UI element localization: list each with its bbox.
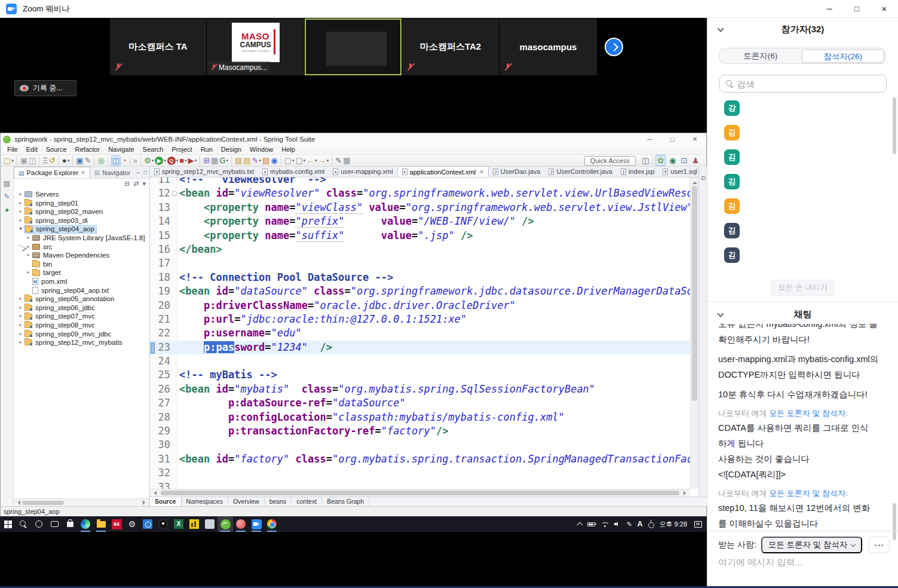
code-line[interactable]: 19<bean id="dataSource" class="org.sprin… — [150, 284, 690, 298]
tree-arrow-icon[interactable]: ▸ — [17, 338, 24, 347]
tree-item[interactable]: bin — [14, 260, 149, 269]
video-tile[interactable]: MASOCAMPUSActionable ContentMasocampus..… — [207, 19, 304, 75]
explorer-minimize-icon[interactable]: ─ — [136, 170, 140, 176]
bottom-tab-context[interactable]: context — [292, 497, 322, 506]
open-perspective-icon[interactable]: ◫ — [640, 155, 650, 166]
participant-avatar[interactable]: 김 — [724, 149, 740, 165]
tree-item[interactable]: ▸target — [14, 268, 149, 277]
code-editor[interactable]: 11<!-- viewResolver -->12<bean id="viewR… — [150, 177, 690, 489]
tree-item[interactable]: ▾spring_step04_aop — [14, 225, 149, 234]
code-line[interactable]: 28 p:configLocation="classpath:mybatis/m… — [150, 411, 690, 424]
video-tile[interactable] — [305, 19, 402, 75]
ime-language-icon[interactable]: A — [638, 520, 643, 528]
file-explorer-app[interactable] — [93, 516, 109, 532]
excel-app[interactable]: X — [171, 516, 186, 532]
editor-tab[interactable]: xapplicationContext.xml✕ — [397, 166, 489, 177]
participant-avatar[interactable]: 김 — [724, 198, 740, 214]
view-menu-icon[interactable]: ▾ — [142, 180, 146, 188]
tab-attendees[interactable]: 참석자(26) — [802, 50, 884, 63]
participants-scrollbar[interactable] — [893, 97, 896, 154]
open-type-icon[interactable]: ▣ — [76, 155, 83, 166]
import-icon[interactable]: ▤ — [262, 155, 269, 166]
spring-perspective-icon[interactable]: ✿ — [655, 155, 666, 166]
bottom-tab-beans[interactable]: beans — [265, 497, 292, 506]
code-line[interactable]: 18<!-- Connection Pool DataSource --> — [150, 271, 690, 284]
tab-close-icon[interactable]: ✕ — [81, 170, 85, 176]
forward-icon[interactable]: →▾ — [318, 155, 329, 166]
task-view-button[interactable] — [47, 516, 62, 532]
editor-vscrollbar[interactable] — [690, 177, 698, 489]
tree-arrow-icon[interactable]: ▸ — [17, 295, 24, 304]
recipient-dropdown[interactable]: 모든 토론자 및 참석자 — [761, 537, 862, 553]
clock[interactable]: 오후 9:28 — [660, 520, 687, 529]
ime-mode-icon[interactable] — [648, 522, 654, 528]
menu-run[interactable]: Run — [197, 145, 217, 154]
tree-arrow-icon[interactable]: ▸ — [17, 312, 24, 321]
chat-more-button[interactable] — [868, 537, 890, 553]
editor-tab[interactable]: JUserDao.java — [489, 166, 545, 177]
debug-perspective-icon[interactable]: ⊡ — [679, 155, 688, 166]
notes-app[interactable] — [202, 516, 217, 532]
participant-avatar[interactable]: 김 — [724, 223, 740, 238]
media-app[interactable] — [233, 516, 249, 532]
next-page-arrow-button[interactable] — [605, 38, 623, 56]
debug-icon[interactable]: ⚙▾ — [144, 155, 154, 166]
tree-item[interactable]: ▸JRE System Library [JavaSE-1.8] — [14, 234, 149, 243]
tree-arrow-icon[interactable]: ▸ — [17, 330, 24, 339]
participant-avatar[interactable]: 김 — [724, 125, 740, 140]
code-line[interactable]: 12<bean id="viewResolver" class="org.spr… — [150, 186, 690, 200]
fast-view-icon[interactable]: ✎ — [4, 192, 10, 201]
minimize-button[interactable]: ─ — [816, 0, 843, 18]
tree-item[interactable]: ▸Maven Dependencies — [14, 251, 149, 260]
new-icon[interactable]: ▢▾ — [4, 155, 14, 166]
code-line[interactable]: 20 p:driverClassName="oracle.jdbc.driver… — [150, 299, 690, 313]
code-line[interactable]: 16</bean> — [150, 243, 690, 256]
open-resource-icon[interactable]: ▤ — [235, 155, 242, 166]
tree-item[interactable]: ▸spring_step03_di — [14, 216, 149, 225]
editor-hscrollbar[interactable] — [150, 489, 690, 497]
server-start-icon[interactable]: ◎ — [97, 155, 104, 166]
pen-icon[interactable]: ✎ — [627, 520, 632, 528]
search-input[interactable] — [737, 79, 874, 89]
code-line[interactable]: 31<bean id="factory" class="org.mybatis.… — [150, 452, 690, 466]
action-center-icon[interactable] — [694, 521, 702, 528]
code-line[interactable]: 29 p:transactionFactory-ref="factory"/> — [150, 424, 690, 438]
menu-edit[interactable]: Edit — [22, 145, 42, 154]
bottom-tab-beans-graph[interactable]: Beans Graph — [322, 497, 369, 506]
tree-item[interactable]: ▸spring_step05_annotation — [14, 295, 149, 304]
minibar-handle[interactable]: ⋮⋮ — [2, 169, 13, 174]
web-icon[interactable]: ◉ — [271, 155, 277, 166]
chrome-app[interactable] — [264, 516, 280, 532]
editor-tab[interactable]: xmybatis-config.xml — [258, 166, 329, 177]
code-line[interactable]: 32 — [150, 466, 690, 480]
code-line[interactable]: 24 — [150, 354, 690, 368]
tree-arrow-icon[interactable]: ▸ — [17, 199, 24, 208]
code-line[interactable]: 22 p:username="edu" — [150, 326, 690, 340]
code-line[interactable]: 11<!-- viewResolver --> — [150, 177, 690, 186]
editor-tab[interactable]: ≡spring_step12_mvc_mybatis.txt — [150, 166, 258, 177]
fold-icon[interactable] — [170, 186, 177, 200]
zoom-app[interactable] — [249, 516, 264, 532]
server-view-icon[interactable]: ● — [5, 206, 9, 214]
code-line[interactable]: 30 — [150, 438, 690, 452]
tree-item[interactable]: ▸spring_step09_mvc_jdbc — [14, 330, 149, 339]
refresh-icon[interactable]: ↺ — [49, 155, 56, 166]
editor-tab[interactable]: jindex.jsp — [617, 166, 658, 177]
toggle-panel-icon[interactable]: ◫ — [111, 155, 121, 166]
browser-icon[interactable]: ●▾ — [62, 155, 69, 166]
tree-arrow-icon[interactable]: ▸ — [17, 304, 24, 313]
tree-item[interactable]: ▸spring_step08_mvc — [14, 321, 149, 330]
snippets-icon[interactable]: ▦ — [211, 155, 218, 166]
tab-panelists[interactable]: 토론자(6) — [720, 48, 801, 63]
menu-source[interactable]: Source — [42, 145, 71, 154]
maps-app[interactable] — [155, 516, 171, 532]
video-tile[interactable]: masocampus — [499, 19, 597, 75]
next-annotation-icon[interactable]: ▢▾ — [284, 155, 295, 166]
code-line[interactable]: 33 — [150, 480, 690, 489]
video-tile[interactable]: 마소캠퍼스TA2 — [402, 19, 499, 75]
app-64[interactable]: 64 — [109, 516, 124, 532]
collapse-all-icon[interactable]: ⊟ — [124, 180, 130, 188]
profile-icon[interactable]: ▶▾ — [188, 155, 197, 166]
settings-app[interactable]: ⚙ — [124, 516, 140, 532]
volume-icon[interactable] — [614, 521, 621, 527]
